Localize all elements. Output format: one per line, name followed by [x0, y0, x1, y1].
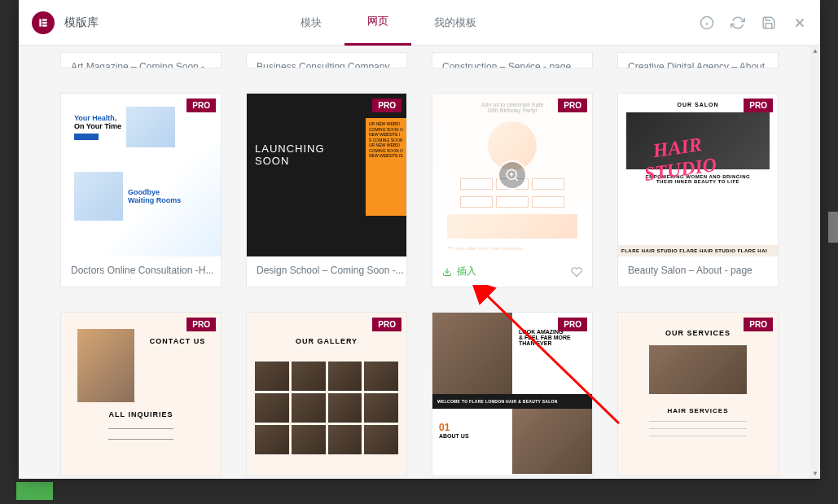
favorite-icon[interactable] — [571, 266, 582, 278]
header-actions — [700, 15, 807, 30]
pro-badge: PRO — [558, 99, 587, 112]
template-thumbnail: OUR GALLERY — [247, 313, 406, 476]
pro-badge: PRO — [372, 99, 401, 112]
thumb-text: LOOK AMAZING & FEEL FAB MORE THAN EVER — [519, 329, 586, 346]
insert-button[interactable]: 插入 — [442, 265, 476, 278]
template-title: Art Magazine – Coming Soon - ... — [61, 53, 221, 68]
thumb-text: 01 — [439, 422, 506, 433]
hover-overlay — [432, 94, 592, 256]
thumb-text: HAIR SERVICES — [626, 407, 770, 414]
template-grid-container: Art Magazine – Coming Soon - ... Busines… — [19, 46, 820, 479]
pro-badge: PRO — [186, 318, 216, 331]
tab-blocks[interactable]: 模块 — [278, 0, 344, 46]
modal-header: 模版库 模块 网页 我的模板 — [19, 0, 820, 46]
pro-badge: PRO — [186, 99, 216, 112]
svg-rect-2 — [42, 21, 47, 23]
template-thumbnail: LAUNCHING SOON UR NEW WEBSI COMING SOON … — [247, 94, 406, 256]
thumb-text: Goodbye Waiting Rooms — [128, 188, 181, 204]
template-title: Business Consulting Company ... — [247, 53, 406, 68]
refresh-icon[interactable] — [731, 15, 745, 30]
template-grid: Art Magazine – Coming Soon - ... Busines… — [51, 52, 788, 476]
template-card-design-school[interactable]: PRO LAUNCHING SOON UR NEW WEBSI COMING S… — [246, 93, 407, 287]
pro-badge: PRO — [744, 318, 773, 331]
pro-badge: PRO — [558, 318, 587, 331]
template-card-doctors[interactable]: PRO Your Health, On Your Time — [60, 93, 222, 287]
template-card-gallery[interactable]: PRO OUR GALLERY — [246, 312, 407, 476]
thumb-text: On Your Time — [74, 122, 121, 130]
template-card[interactable]: Business Consulting Company ... — [246, 52, 407, 68]
thumb-text: ABOUT US — [439, 433, 506, 439]
thumb-text: WELCOME TO FLARE LONDON HAIR & BEAUTY SA… — [432, 394, 592, 409]
modal-title: 模版库 — [64, 15, 99, 30]
header-tabs: 模块 网页 我的模板 — [278, 0, 499, 46]
download-icon — [442, 267, 452, 277]
tab-pages[interactable]: 网页 — [344, 0, 411, 46]
template-card-birthday[interactable]: PRO Join us to celebrate Kate 16th Birth… — [432, 93, 593, 287]
thumb-text: OUR GALLERY — [255, 337, 398, 345]
template-thumbnail: LOOK AMAZING & FEEL FAB MORE THAN EVER W… — [432, 313, 592, 476]
scrollbar[interactable] — [810, 46, 820, 479]
background-publish-button — [16, 482, 53, 500]
template-card-contact[interactable]: PRO CONTACT US ALL INQUIRIES — [60, 312, 222, 476]
template-card-services[interactable]: PRO OUR SERVICES HAIR SERVICES — [617, 312, 779, 476]
thumb-text: UR NEW WEBSI COMING SOON O NEW WEBSITE I… — [366, 118, 406, 216]
template-card[interactable]: Creative Digital Agency – About... — [617, 52, 779, 68]
template-card[interactable]: Construction – Service - page — [432, 52, 593, 68]
template-title: Construction – Service - page — [432, 53, 592, 68]
template-title: Beauty Salon – About - page — [618, 256, 778, 284]
template-title: Creative Digital Agency – About... — [618, 53, 778, 68]
thumb-marquee: FLARE HAIR STUDIO FLARE HAIR STUDIO FLAR… — [618, 245, 778, 256]
template-thumbnail: OUR SERVICES HAIR SERVICES — [618, 313, 778, 476]
elementor-logo-icon — [32, 11, 55, 34]
template-title: Design School – Coming Soon -... — [247, 256, 406, 284]
template-thumbnail: CONTACT US ALL INQUIRIES — [61, 313, 221, 476]
insert-label: 插入 — [457, 265, 476, 278]
template-card-beauty-salon[interactable]: PRO OUR SALON HAIR STUDIO EMPOWERING WOM… — [617, 93, 779, 287]
template-thumbnail: Join us to celebrate Kate 16th Birthday … — [432, 94, 592, 256]
svg-rect-3 — [42, 24, 47, 26]
template-card[interactable]: Art Magazine – Coming Soon - ... — [60, 52, 222, 68]
tab-my-templates[interactable]: 我的模板 — [411, 0, 499, 46]
pro-badge: PRO — [744, 99, 773, 112]
svg-rect-1 — [42, 19, 47, 20]
thumb-text: ALL INQUIRIES — [69, 410, 213, 419]
info-icon[interactable] — [700, 15, 714, 30]
svg-rect-0 — [39, 19, 41, 26]
template-card-about[interactable]: PRO LOOK AMAZING & FEEL FAB MORE THAN EV… — [432, 312, 593, 476]
magnify-icon[interactable] — [498, 160, 527, 190]
thumb-text: Your Health, — [74, 114, 121, 122]
template-library-modal: 模版库 模块 网页 我的模板 Art Magazine – Coming Soo… — [19, 0, 820, 479]
background-scrollbar-thumb — [828, 212, 838, 243]
close-icon[interactable] — [792, 15, 807, 30]
pro-badge: PRO — [372, 318, 401, 331]
template-title: Doctors Online Consultation -H... — [61, 256, 221, 284]
template-hover-footer: 插入 — [432, 256, 592, 287]
template-thumbnail: Your Health, On Your Time Goodbye Waitin… — [61, 94, 221, 256]
template-thumbnail: OUR SALON HAIR STUDIO EMPOWERING WOMEN A… — [618, 94, 778, 256]
svg-line-10 — [515, 177, 517, 180]
save-icon[interactable] — [761, 15, 776, 30]
